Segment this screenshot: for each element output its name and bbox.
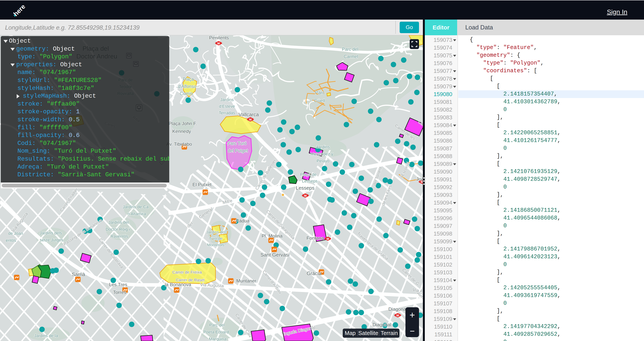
svg-text:Diagonal: Diagonal <box>388 306 407 312</box>
svg-text:Fontana: Fontana <box>306 235 324 241</box>
svg-text:Sant Gervasi: Sant Gervasi <box>260 252 290 257</box>
svg-text:Güell: Güell <box>314 98 325 103</box>
svg-text:Carrer de Raset: Carrer de Raset <box>176 278 205 282</box>
svg-text:Doctor Roig i: Doctor Roig i <box>106 227 130 232</box>
svg-text:Parc del: Parc del <box>342 47 358 52</box>
svg-text:d'Esteve: d'Esteve <box>219 104 235 109</box>
svg-text:Menendez y: Menendez y <box>310 152 333 156</box>
svg-text:Marquina: Marquina <box>209 336 226 341</box>
svg-text:Lesseps: Lesseps <box>302 179 318 183</box>
svg-text:Kennedy: Kennedy <box>172 129 191 134</box>
svg-text:Torres: Torres <box>113 290 126 295</box>
svg-text:Comín: Comín <box>180 91 193 96</box>
svg-text:n'Altamira: n'Altamira <box>128 211 146 216</box>
svg-text:entós: entós <box>6 238 16 243</box>
svg-text:M: M <box>327 237 329 240</box>
svg-text:Carrer de Freixa: Carrer de Freixa <box>172 270 202 274</box>
svg-text:la Bonanova: la Bonanova <box>165 282 191 287</box>
svg-text:Jardins de Ca: Jardins de Ca <box>122 204 148 209</box>
svg-text:Plaça John F.: Plaça John F. <box>168 121 197 126</box>
svg-text:Av. Tibidabo: Av. Tibidabo <box>166 141 192 147</box>
svg-text:M: M <box>396 314 399 317</box>
svg-text:Terradas: Terradas <box>219 110 235 115</box>
svg-text:El Putxet: El Putxet <box>192 182 212 187</box>
svg-text:setze Jutges: setze Jutges <box>40 237 63 242</box>
svg-text:M: M <box>218 42 220 45</box>
svg-text:Vallcarca: Vallcarca <box>238 112 259 117</box>
svg-text:d'Alfonso: d'Alfonso <box>178 84 196 89</box>
svg-text:Parc: Parc <box>315 90 325 95</box>
svg-text:Les Tres: Les Tres <box>109 282 127 287</box>
svg-text:Lesseps: Lesseps <box>296 185 314 191</box>
svg-text:Pelayo: Pelayo <box>316 158 329 163</box>
svg-text:Poeta Eduard: Poeta Eduard <box>203 329 229 334</box>
svg-text:Turó de: Turó de <box>209 236 222 241</box>
svg-text:del Putget: del Putget <box>228 148 248 153</box>
svg-text:Monterols: Monterols <box>207 243 224 247</box>
svg-text:Muntaner: Muntaner <box>236 278 256 283</box>
svg-text:de Joan: de Joan <box>8 231 23 236</box>
svg-text:Jardins dels: Jardins dels <box>40 231 62 235</box>
svg-text:Joan: Joan <box>416 176 423 182</box>
svg-text:Jardins de la: Jardins de la <box>34 333 58 338</box>
svg-text:Jardins: Jardins <box>316 145 330 149</box>
svg-text:Jardins: Jardins <box>220 97 234 102</box>
svg-text:Parc del: Parc del <box>209 322 224 327</box>
svg-text:Sarrià: Sarrià <box>72 272 85 277</box>
svg-text:Plaça: Plaça <box>182 77 194 82</box>
svg-text:M: M <box>249 118 252 121</box>
svg-text:Diagonal: Diagonal <box>372 322 391 327</box>
svg-text:Carmel: Carmel <box>344 54 358 59</box>
svg-text:Pl. Molina: Pl. Molina <box>262 233 282 238</box>
svg-text:Parc Turó: Parc Turó <box>227 141 247 146</box>
svg-text:Jardins del: Jardins del <box>108 220 128 225</box>
svg-text:Gràcia: Gràcia <box>307 271 322 276</box>
svg-text:Jardins del: Jardins del <box>206 230 225 234</box>
svg-text:Penitents: Penitents <box>209 35 229 40</box>
svg-text:M: M <box>304 194 307 197</box>
svg-text:Pàdua: Pàdua <box>236 218 250 223</box>
svg-text:Plaça de: Plaça de <box>300 172 316 177</box>
svg-text:Raventós: Raventós <box>110 234 128 239</box>
svg-text:Vil·la: Vil·la <box>40 340 50 341</box>
